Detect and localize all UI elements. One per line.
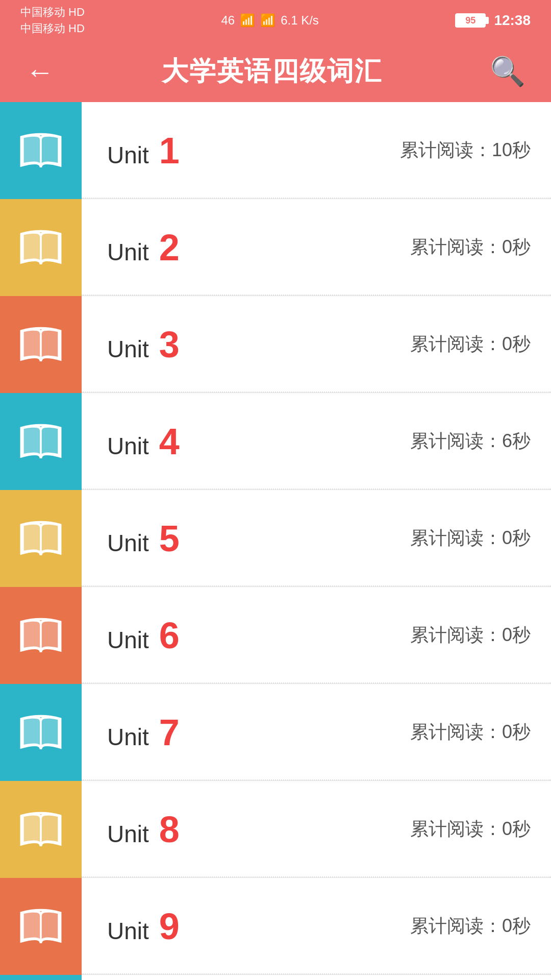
unit-item-4[interactable]: Unit4累计阅读：6秒 <box>0 393 551 490</box>
unit-item-10[interactable]: Unit10累计阅读：0秒 <box>0 975 551 980</box>
search-button[interactable]: 🔍 <box>490 55 525 88</box>
unit-label-3: Unit <box>107 335 149 363</box>
unit-number-7: 7 <box>159 714 180 751</box>
content-area: Unit1累计阅读：10秒 Unit2累计阅读：0秒 Unit3累计阅读：0秒 <box>0 102 551 980</box>
unit-icon-col-5 <box>0 490 82 587</box>
unit-reading-1: 累计阅读：10秒 <box>400 138 531 163</box>
book-icon <box>15 130 66 171</box>
unit-name-3: Unit3 <box>107 326 180 363</box>
unit-reading-5: 累计阅读：0秒 <box>410 526 531 551</box>
unit-number-5: 5 <box>159 520 180 557</box>
book-icon <box>15 615 66 656</box>
book-icon <box>15 227 66 268</box>
unit-number-1: 1 <box>159 132 180 169</box>
unit-name-2: Unit2 <box>107 229 180 266</box>
unit-item-1[interactable]: Unit1累计阅读：10秒 <box>0 102 551 199</box>
signal-speed: 46 📶 📶 6.1 K/s <box>221 13 318 28</box>
unit-name-9: Unit9 <box>107 908 180 945</box>
unit-icon-col-8 <box>0 781 82 878</box>
unit-info-2: Unit2累计阅读：0秒 <box>82 229 551 266</box>
unit-icon-col-9 <box>0 878 82 975</box>
unit-icon-col-6 <box>0 587 82 684</box>
unit-item-7[interactable]: Unit7累计阅读：0秒 <box>0 684 551 781</box>
navbar: ← 大学英语四级词汇 🔍 <box>0 41 551 102</box>
unit-number-8: 8 <box>159 811 180 848</box>
unit-name-8: Unit8 <box>107 811 180 848</box>
unit-name-6: Unit6 <box>107 617 180 654</box>
battery-indicator: 95 <box>455 13 486 28</box>
unit-name-4: Unit4 <box>107 423 180 460</box>
unit-item-3[interactable]: Unit3累计阅读：0秒 <box>0 296 551 393</box>
unit-number-2: 2 <box>159 229 180 266</box>
unit-info-6: Unit6累计阅读：0秒 <box>82 617 551 654</box>
unit-icon-col-10 <box>0 975 82 981</box>
book-icon <box>15 809 66 850</box>
back-button[interactable]: ← <box>26 55 54 88</box>
unit-reading-8: 累计阅读：0秒 <box>410 817 531 842</box>
status-bar: 中国移动 HD 中国移动 HD 46 📶 📶 6.1 K/s 95 12:38 <box>0 0 551 41</box>
unit-list: Unit1累计阅读：10秒 Unit2累计阅读：0秒 Unit3累计阅读：0秒 <box>0 102 551 980</box>
unit-info-5: Unit5累计阅读：0秒 <box>82 520 551 557</box>
book-icon <box>15 906 66 947</box>
unit-icon-col-3 <box>0 296 82 393</box>
unit-item-8[interactable]: Unit8累计阅读：0秒 <box>0 781 551 878</box>
unit-number-4: 4 <box>159 423 180 460</box>
unit-info-1: Unit1累计阅读：10秒 <box>82 132 551 169</box>
unit-label-7: Unit <box>107 723 149 751</box>
unit-number-3: 3 <box>159 326 180 363</box>
unit-reading-2: 累计阅读：0秒 <box>410 235 531 260</box>
unit-label-9: Unit <box>107 917 149 945</box>
unit-label-8: Unit <box>107 820 149 848</box>
unit-icon-col-4 <box>0 393 82 490</box>
wifi-icon: 📶 <box>260 13 276 28</box>
unit-number-6: 6 <box>159 617 180 654</box>
unit-name-7: Unit7 <box>107 714 180 751</box>
unit-info-4: Unit4累计阅读：6秒 <box>82 423 551 460</box>
unit-item-2[interactable]: Unit2累计阅读：0秒 <box>0 199 551 296</box>
book-icon <box>15 324 66 365</box>
carrier2-label: 中国移动 HD <box>20 21 85 36</box>
unit-icon-col-1 <box>0 102 82 199</box>
carrier-info: 中国移动 HD 中国移动 HD <box>20 5 85 36</box>
unit-info-9: Unit9累计阅读：0秒 <box>82 908 551 945</box>
unit-label-4: Unit <box>107 432 149 460</box>
unit-info-3: Unit3累计阅读：0秒 <box>82 326 551 363</box>
unit-icon-col-2 <box>0 199 82 296</box>
time-label: 12:38 <box>494 12 531 29</box>
unit-item-6[interactable]: Unit6累计阅读：0秒 <box>0 587 551 684</box>
book-icon <box>15 421 66 462</box>
unit-info-8: Unit8累计阅读：0秒 <box>82 811 551 848</box>
unit-label-6: Unit <box>107 626 149 654</box>
carrier1-label: 中国移动 HD <box>20 5 85 20</box>
book-icon <box>15 712 66 753</box>
page-title: 大学英语四级词汇 <box>162 54 382 89</box>
unit-icon-col-7 <box>0 684 82 781</box>
unit-label-2: Unit <box>107 238 149 266</box>
unit-reading-3: 累计阅读：0秒 <box>410 332 531 357</box>
book-icon <box>15 518 66 559</box>
unit-info-7: Unit7累计阅读：0秒 <box>82 714 551 751</box>
speed-label: 6.1 K/s <box>281 13 319 28</box>
unit-label-5: Unit <box>107 529 149 557</box>
unit-reading-9: 累计阅读：0秒 <box>410 914 531 939</box>
network-label: 46 <box>221 13 235 28</box>
unit-item-5[interactable]: Unit5累计阅读：0秒 <box>0 490 551 587</box>
signal-icon: 📶 <box>240 13 255 28</box>
unit-name-5: Unit5 <box>107 520 180 557</box>
status-right: 95 12:38 <box>455 12 531 29</box>
unit-label-1: Unit <box>107 141 149 169</box>
unit-reading-4: 累计阅读：6秒 <box>410 429 531 454</box>
unit-number-9: 9 <box>159 908 180 945</box>
unit-reading-7: 累计阅读：0秒 <box>410 720 531 745</box>
unit-item-9[interactable]: Unit9累计阅读：0秒 <box>0 878 551 975</box>
unit-name-1: Unit1 <box>107 132 180 169</box>
unit-reading-6: 累计阅读：0秒 <box>410 623 531 648</box>
